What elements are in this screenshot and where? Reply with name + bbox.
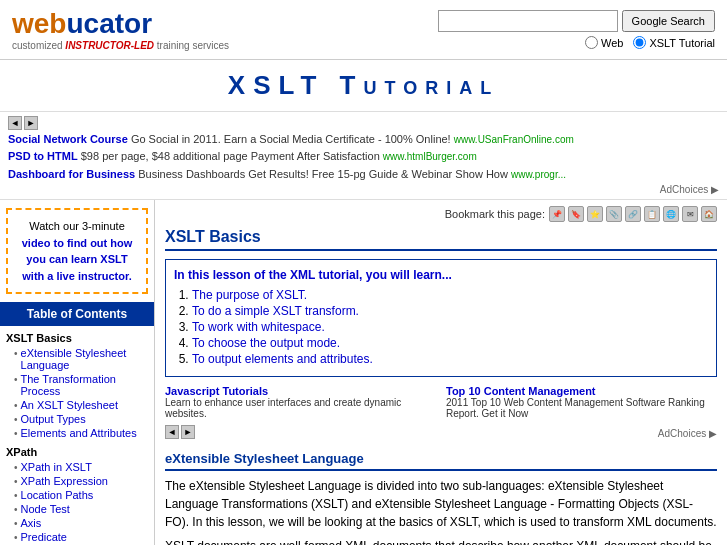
search-button[interactable]: Google Search xyxy=(622,10,715,32)
bookmark-icon-7[interactable]: 🌐 xyxy=(663,206,679,222)
bookmark-icon-9[interactable]: 🏠 xyxy=(701,206,717,222)
nav-link-location-paths[interactable]: Location Paths xyxy=(21,489,94,501)
content-ad-nav: ◄ ► xyxy=(165,425,195,439)
nav-item-axis[interactable]: Axis xyxy=(6,516,148,530)
toc-header: Table of Contents xyxy=(0,302,154,326)
body-para-1: The eXtensible Stylesheet Language is di… xyxy=(165,477,717,531)
ad-bar: ◄ ► Social Network Course Go Social in 2… xyxy=(0,112,727,200)
ad-line-2: PSD to HTML $98 per page, $48 additional… xyxy=(8,149,719,164)
content-ad-choices: AdChoices ▶ xyxy=(658,428,717,439)
bookmark-icon-6[interactable]: 📋 xyxy=(644,206,660,222)
ad-prev-button[interactable]: ◄ xyxy=(8,116,22,130)
content-ad-next-button[interactable]: ► xyxy=(181,425,195,439)
nav-item-transformation[interactable]: The Transformation Process xyxy=(6,372,148,398)
content-ad2-link[interactable]: Top 10 Content Management xyxy=(446,385,596,397)
ad-line-3: Dashboard for Business Business Dashboar… xyxy=(8,167,719,182)
nav-link-node-test[interactable]: Node Test xyxy=(21,503,70,515)
bookmark-icon-2[interactable]: 🔖 xyxy=(568,206,584,222)
bookmark-icon-3[interactable]: ⭐ xyxy=(587,206,603,222)
radio-web[interactable] xyxy=(585,36,598,49)
ad2-link[interactable]: PSD to HTML xyxy=(8,150,78,162)
nav-link-xpath-in-xslt[interactable]: XPath in XSLT xyxy=(21,461,92,473)
sidebar: Watch our 3-minute video to find out how… xyxy=(0,200,155,545)
ad-line-1: Social Network Course Go Social in 2011.… xyxy=(8,132,719,147)
nav-link-axis[interactable]: Axis xyxy=(21,517,42,529)
nav-link-stylesheet[interactable]: An XSLT Stylesheet xyxy=(21,399,118,411)
radio-xslt-text: XSLT Tutorial xyxy=(649,37,715,49)
ad3-url: www.progr... xyxy=(511,169,566,180)
ad-nav: ◄ ► xyxy=(8,116,719,130)
list-item-1: The purpose of XSLT. xyxy=(192,288,708,302)
logo-sub-instructor: INSTRUCTOR-LED xyxy=(65,40,154,51)
title-banner: XSLT Tutorial xyxy=(0,60,727,112)
list-item-5: To output elements and attributes. xyxy=(192,352,708,366)
nav-item-extensible[interactable]: eXtensible Stylesheet Language xyxy=(6,346,148,372)
nav-section-xslt-basics: XSLT Basics xyxy=(6,332,148,344)
lesson-intro: In this lesson of the XML tutorial, you … xyxy=(174,268,708,282)
bookmark-label: Bookmark this page: xyxy=(445,208,545,220)
nav-item-elements[interactable]: Elements and Attributes xyxy=(6,426,148,440)
bookmark-icon-1[interactable]: 📌 xyxy=(549,206,565,222)
nav-item-predicate[interactable]: Predicate xyxy=(6,530,148,544)
bookmark-icon-4[interactable]: 📎 xyxy=(606,206,622,222)
ad3-link[interactable]: Dashboard for Business xyxy=(8,168,135,180)
nav-item-location-paths[interactable]: Location Paths xyxy=(6,488,148,502)
nav-item-output-types[interactable]: Output Types xyxy=(6,412,148,426)
radio-xslt-label[interactable]: XSLT Tutorial xyxy=(633,36,715,49)
sidebar-promo: Watch our 3-minute video to find out how… xyxy=(6,208,148,294)
ad-next-button[interactable]: ► xyxy=(24,116,38,130)
promo-link[interactable]: video to find out how you can learn XSLT… xyxy=(22,237,133,282)
lesson-box: In this lesson of the XML tutorial, you … xyxy=(165,259,717,377)
search-input[interactable] xyxy=(438,10,618,32)
nav-link-predicate[interactable]: Predicate xyxy=(21,531,67,543)
promo-text1: Watch our 3-minute xyxy=(29,220,125,232)
body-para-2: XSLT documents are well-formed XML docum… xyxy=(165,537,717,545)
list-item-4: To choose the output mode. xyxy=(192,336,708,350)
nav-item-node-test[interactable]: Node Test xyxy=(6,502,148,516)
sidebar-nav: XSLT Basics eXtensible Stylesheet Langua… xyxy=(0,332,154,545)
ad1-link[interactable]: Social Network Course xyxy=(8,133,128,145)
logo-subtitle: customized INSTRUCTOR-LED training servi… xyxy=(12,40,229,51)
logo-area: webucator customized INSTRUCTOR-LED trai… xyxy=(12,8,229,51)
nav-link-elements[interactable]: Elements and Attributes xyxy=(21,427,137,439)
bookmark-icon-5[interactable]: 🔗 xyxy=(625,206,641,222)
content-ad-prev-button[interactable]: ◄ xyxy=(165,425,179,439)
nav-section-xpath: XPath xyxy=(6,446,148,458)
lesson-intro-link[interactable]: In this lesson of the XML tutorial, you … xyxy=(174,268,452,282)
content-ad-2: Top 10 Content Management 2011 Top 10 We… xyxy=(446,385,717,419)
header: webucator customized INSTRUCTOR-LED trai… xyxy=(0,0,727,60)
logo-sub-training: training services xyxy=(157,40,229,51)
content-ad1-link[interactable]: Javascript Tutorials xyxy=(165,385,268,397)
ad2-url: www.htmlBurger.com xyxy=(383,151,477,162)
lesson-link-2[interactable]: To do a simple XSLT transform. xyxy=(192,304,359,318)
ad3-text: Business Dashboards Get Results! Free 15… xyxy=(138,168,508,180)
nav-link-output-types[interactable]: Output Types xyxy=(21,413,86,425)
nav-item-xpath-in-xslt[interactable]: XPath in XSLT xyxy=(6,460,148,474)
nav-link-xpath-expression[interactable]: XPath Expression xyxy=(21,475,108,487)
lesson-link-3[interactable]: To work with whitespace. xyxy=(192,320,325,334)
ad1-text: Go Social in 2011. Earn a Social Media C… xyxy=(131,133,451,145)
lesson-link-4[interactable]: To choose the output mode. xyxy=(192,336,340,350)
search-row: Google Search xyxy=(438,10,715,32)
content-ad1-desc: Learn to enhance user interfaces and cre… xyxy=(165,397,436,419)
lesson-list: The purpose of XSLT. To do a simple XSLT… xyxy=(192,288,708,366)
lesson-link-5[interactable]: To output elements and attributes. xyxy=(192,352,373,366)
logo-ucator: ucator xyxy=(66,8,152,39)
logo-sub-customized: customized xyxy=(12,40,63,51)
nav-item-stylesheet[interactable]: An XSLT Stylesheet xyxy=(6,398,148,412)
nav-link-extensible[interactable]: eXtensible Stylesheet Language xyxy=(21,347,148,371)
bookmark-icon-8[interactable]: ✉ xyxy=(682,206,698,222)
radio-xslt[interactable] xyxy=(633,36,646,49)
nav-link-transformation[interactable]: The Transformation Process xyxy=(21,373,148,397)
section2-title: eXtensible Stylesheet Language xyxy=(165,451,717,471)
radio-web-text: Web xyxy=(601,37,623,49)
search-area: Google Search Web XSLT Tutorial xyxy=(438,10,715,49)
list-item-2: To do a simple XSLT transform. xyxy=(192,304,708,318)
bookmark-icons: 📌 🔖 ⭐ 📎 🔗 📋 🌐 ✉ 🏠 xyxy=(549,206,717,222)
bookmark-row: Bookmark this page: 📌 🔖 ⭐ 📎 🔗 📋 🌐 ✉ 🏠 xyxy=(165,206,717,222)
content-ad2-desc: 2011 Top 10 Web Content Management Softw… xyxy=(446,397,717,419)
content-ad-1: Javascript Tutorials Learn to enhance us… xyxy=(165,385,436,419)
radio-web-label[interactable]: Web xyxy=(585,36,623,49)
nav-item-xpath-expression[interactable]: XPath Expression xyxy=(6,474,148,488)
lesson-link-1[interactable]: The purpose of XSLT. xyxy=(192,288,307,302)
